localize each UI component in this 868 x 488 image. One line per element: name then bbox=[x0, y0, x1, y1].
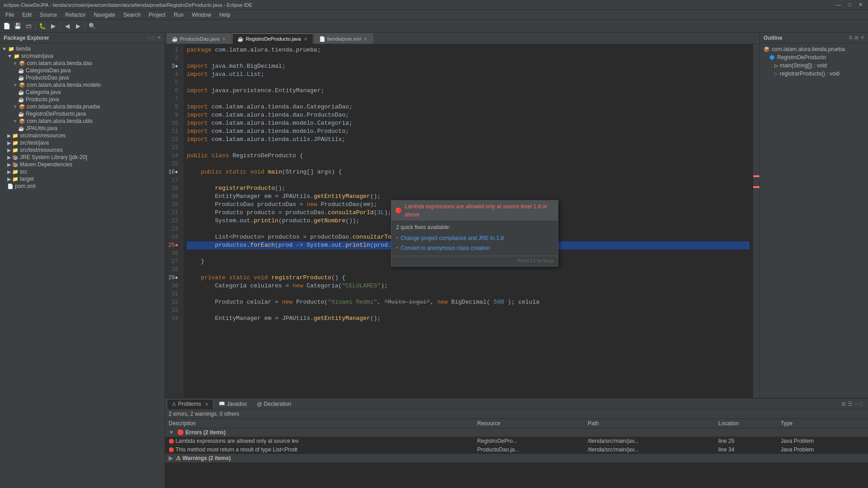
save-button[interactable]: 💾 bbox=[13, 21, 23, 31]
outline-close-icon[interactable]: ✕ bbox=[860, 35, 864, 41]
menu-navigate[interactable]: Navigate bbox=[90, 11, 118, 19]
line-num-27: 27 bbox=[165, 258, 181, 266]
quickfix-item-1[interactable]: • Change project compliance and JRE to 1… bbox=[396, 233, 553, 243]
tree-item-categoriadao[interactable]: ☕ CategoriaDao.java bbox=[0, 67, 165, 74]
problems-minimize-icon[interactable]: − bbox=[854, 401, 858, 407]
search-button[interactable]: 🔍 bbox=[87, 21, 97, 31]
pe-minimize-icon[interactable]: − bbox=[147, 35, 150, 41]
error-row-2[interactable]: 🔴 This method must return a result of ty… bbox=[165, 446, 868, 454]
debug-button[interactable]: 🐛 bbox=[38, 21, 47, 31]
outline-class[interactable]: 🔷 RegistroDeProducto bbox=[760, 53, 868, 61]
problems-tab-close[interactable]: ✕ bbox=[205, 402, 208, 407]
tree-item-target[interactable]: ▶ 📁 target bbox=[0, 175, 165, 183]
tree-item-categoria[interactable]: ☕ Categoria.java bbox=[0, 89, 165, 96]
tree-item-dao-pkg[interactable]: ▼ 📦 com.latam.alura.tienda.dao bbox=[0, 60, 165, 67]
problems-maximize-icon[interactable]: □ bbox=[859, 401, 863, 407]
tab-registrodeproducto[interactable]: ☕ RegistroDeProducto.java ✕ bbox=[232, 33, 313, 44]
tab-declaration[interactable]: @ Declaration bbox=[252, 399, 296, 409]
outline-filter-icon[interactable]: ⊞ bbox=[854, 35, 859, 41]
outline-method-main[interactable]: ▷ main(String[]) : void bbox=[760, 61, 868, 70]
folder-icon: 📁 bbox=[12, 169, 19, 175]
code-editor[interactable]: 1 2 3● 4 5 6 7 8 9 10 11 12 13 14 bbox=[165, 44, 760, 398]
forward-button[interactable]: ▶ bbox=[73, 21, 83, 31]
tree-item-prueba-pkg[interactable]: ▼ 📦 com.latam.alura.tienda.prueba bbox=[0, 103, 165, 110]
line-num-3: 3● bbox=[165, 62, 181, 70]
tree-item-registrodeproducto[interactable]: ☕ RegistroDeProducto.java bbox=[0, 110, 165, 117]
tree-item-producto[interactable]: ☕ Producto.java bbox=[0, 96, 165, 103]
editor-tab-bar: ☕ ProductoDao.java ✕ ☕ RegistroDeProduct… bbox=[165, 33, 760, 44]
quickfix-popup: 🔴 Lambda expressions are allowed only at… bbox=[391, 200, 558, 267]
close-button[interactable]: ✕ bbox=[857, 2, 864, 8]
tree-item-src-test-java[interactable]: ▶ 📁 src/test/java bbox=[0, 139, 165, 146]
back-button[interactable]: ◀ bbox=[62, 21, 72, 31]
error-2-desc-text: This method must return a result of type… bbox=[175, 446, 297, 453]
minimize-button[interactable]: — bbox=[834, 2, 843, 8]
tab-problems[interactable]: ⚠ Problems ✕ bbox=[167, 399, 213, 409]
quickfix-item-2[interactable]: • Convert to anonymous class creation bbox=[396, 243, 553, 253]
outline-title: Outline bbox=[764, 35, 782, 41]
tab-close-pom[interactable]: ✕ bbox=[363, 37, 368, 42]
menu-help[interactable]: Help bbox=[216, 11, 234, 19]
tab-close-productodao[interactable]: ✕ bbox=[221, 37, 226, 42]
errors-expand-btn[interactable]: ▼ bbox=[169, 429, 174, 436]
save-all-button[interactable]: 🗃 bbox=[24, 21, 33, 31]
tab-javadoc[interactable]: 📖 Javadoc bbox=[214, 399, 252, 409]
tree-item-pom[interactable]: 📄 pom.xml bbox=[0, 183, 165, 190]
window-controls[interactable]: — □ ✕ bbox=[834, 2, 864, 8]
outline-package[interactable]: 📦 com.latam.alura.tienda.prueba bbox=[760, 45, 868, 53]
warnings-group-label[interactable]: ▶ ⚠ Warnings (2 items) bbox=[165, 454, 868, 463]
tree-label: src/main/resources bbox=[20, 132, 66, 139]
outline-method-registrar[interactable]: ▷ registrarProducto() : void bbox=[760, 70, 868, 78]
menu-source[interactable]: Source bbox=[36, 11, 61, 19]
tab-close-registrodeproducto[interactable]: ✕ bbox=[303, 37, 308, 42]
line-num-18: 18 bbox=[165, 184, 181, 192]
line-num-10: 10 bbox=[165, 119, 181, 127]
menu-refactor[interactable]: Refactor bbox=[61, 11, 89, 19]
tree-label: RegistroDeProducto.java bbox=[26, 111, 86, 117]
menu-search[interactable]: Search bbox=[120, 11, 144, 19]
code-line-28 bbox=[187, 266, 750, 274]
editor-scrollbar[interactable] bbox=[753, 44, 760, 398]
tree-item-utils-pkg[interactable]: ▼ 📦 com.latam.alura.tienda.utils bbox=[0, 117, 165, 125]
tree-item-jre[interactable]: ▶ 📚 JRE System Library [jdk-20] bbox=[0, 154, 165, 161]
run-button[interactable]: ▶ bbox=[48, 21, 58, 31]
new-button[interactable]: 📄 bbox=[2, 21, 12, 31]
fix-bullet-1: • bbox=[396, 234, 398, 242]
menu-edit[interactable]: Edit bbox=[19, 11, 35, 19]
expand-icon: ▼ bbox=[13, 82, 18, 88]
warnings-expand-btn[interactable]: ▶ bbox=[169, 455, 173, 461]
tree-item-modelo-pkg[interactable]: ▼ 📦 com.latam.alura.tienda.modelo bbox=[0, 81, 165, 89]
tree-item-src-main-resources[interactable]: ▶ 📁 src/main/resources bbox=[0, 132, 165, 139]
tree-item-src-test-resources[interactable]: ▶ 📁 src/test/resources bbox=[0, 146, 165, 154]
tree-item-tienda[interactable]: ▼ 📁 tienda bbox=[0, 45, 165, 52]
line-num-8: 8 bbox=[165, 103, 181, 111]
package-icon: 📦 bbox=[19, 61, 25, 66]
tree-item-productodao[interactable]: ☕ ProductoDao.java bbox=[0, 74, 165, 81]
line-num-4: 4 bbox=[165, 70, 181, 79]
line-num-1: 1 bbox=[165, 46, 181, 54]
errors-group-label[interactable]: ▼ 🔴 Errors (2 items) bbox=[165, 428, 868, 437]
tree-item-src-main-java[interactable]: ▼ 📁 src/main/java bbox=[0, 52, 165, 60]
problems-view-menu-icon[interactable]: ☰ bbox=[848, 401, 853, 407]
tab-productodao[interactable]: ☕ ProductoDao.java ✕ bbox=[167, 33, 231, 44]
tab-pomxml[interactable]: 📄 tienda/pom.xml ✕ bbox=[314, 33, 373, 44]
pe-close-icon[interactable]: ✕ bbox=[157, 35, 161, 41]
problems-filter-icon[interactable]: ⊞ bbox=[841, 401, 846, 407]
outline-sort-icon[interactable]: ⇅ bbox=[849, 35, 853, 41]
menu-run[interactable]: Run bbox=[170, 11, 187, 19]
menu-project[interactable]: Project bbox=[145, 11, 169, 19]
menu-window[interactable]: Window bbox=[188, 11, 215, 19]
warnings-group-row: ▶ ⚠ Warnings (2 items) bbox=[165, 454, 868, 463]
error-row-1[interactable]: 🔴 Lambda expressions are allowed only at… bbox=[165, 437, 868, 446]
tree-item-maven[interactable]: ▶ 📚 Maven Dependencies bbox=[0, 161, 165, 168]
tree-item-src[interactable]: ▶ 📁 src bbox=[0, 168, 165, 175]
menu-file[interactable]: File bbox=[2, 11, 18, 19]
tree-item-jpautils[interactable]: ☕ JPAUtils.java bbox=[0, 125, 165, 132]
code-line-2 bbox=[187, 54, 750, 62]
pe-maximize-icon[interactable]: □ bbox=[152, 35, 155, 41]
lib-icon: 📚 bbox=[12, 155, 19, 160]
code-content[interactable]: package com.latam.alura.tienda.prueba; i… bbox=[183, 44, 753, 398]
expand-icon: ▼ bbox=[2, 46, 7, 52]
maximize-button[interactable]: □ bbox=[846, 2, 853, 8]
col-path: Path bbox=[584, 419, 715, 428]
